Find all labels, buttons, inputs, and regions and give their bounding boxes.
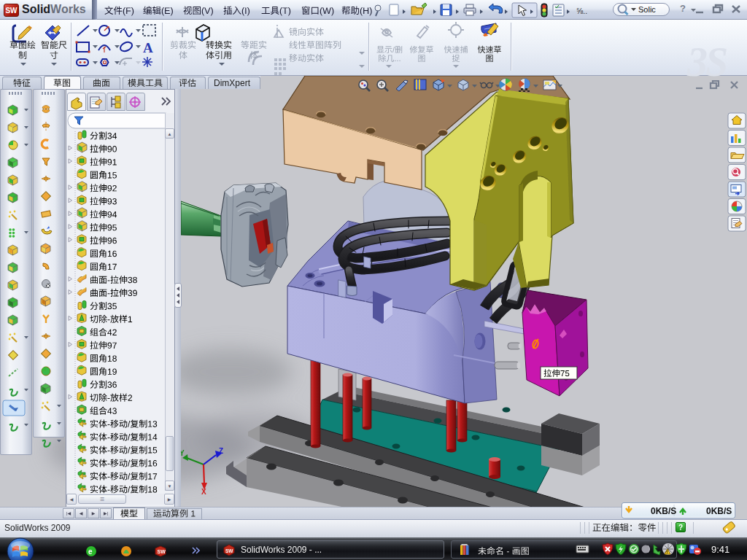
svg-text:SW: SW bbox=[225, 548, 233, 553]
svg-text:SW: SW bbox=[158, 549, 166, 554]
svg-text:!: ! bbox=[667, 550, 668, 554]
svg-text:0KB/S: 0KB/S bbox=[651, 506, 676, 516]
svg-text:e: e bbox=[88, 548, 93, 556]
